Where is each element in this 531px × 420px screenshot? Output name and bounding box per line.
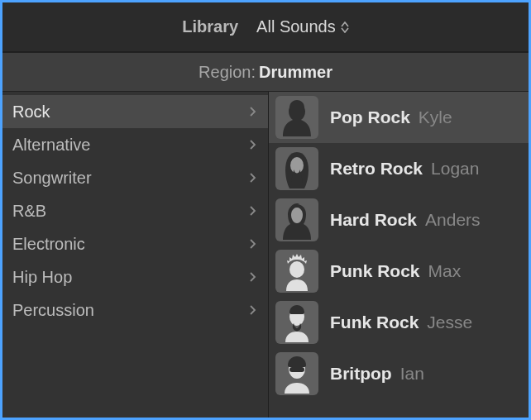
drummer-style: Retro Rock (330, 159, 423, 179)
drummer-name: Anders (425, 210, 481, 230)
avatar (275, 96, 318, 139)
region-bar: Region: Drummer (2, 52, 529, 92)
genre-list: RockAlternativeSongwriterR&BElectronicHi… (2, 92, 269, 418)
genre-item[interactable]: Hip Hop (2, 260, 268, 294)
updown-chevron-icon (341, 21, 349, 33)
drummer-name: Kyle (419, 107, 452, 127)
drummer-style: Punk Rock (330, 261, 420, 281)
drummer-item[interactable]: Hard RockAnders (269, 194, 529, 246)
drummer-item[interactable]: Punk RockMax (269, 246, 529, 297)
genre-label: Percussion (12, 301, 94, 320)
chevron-right-icon (249, 271, 256, 283)
drummer-style: Pop Rock (330, 107, 410, 127)
avatar (275, 250, 318, 293)
library-content: RockAlternativeSongwriterR&BElectronicHi… (2, 92, 529, 418)
chevron-right-icon (249, 205, 256, 217)
chevron-right-icon (249, 304, 256, 316)
genre-item[interactable]: R&B (2, 194, 268, 227)
sounds-dropdown-label: All Sounds (256, 17, 336, 36)
avatar (275, 147, 318, 190)
drummer-name: Jesse (427, 313, 472, 332)
genre-item[interactable]: Rock (2, 95, 268, 128)
drummer-style: Britpop (330, 364, 392, 384)
avatar (275, 301, 318, 344)
drummer-list: Pop RockKyleRetro RockLoganHard RockAnde… (269, 92, 529, 418)
drummer-item[interactable]: Funk RockJesse (269, 297, 529, 348)
drummer-name: Max (428, 261, 462, 281)
drummer-item[interactable]: Pop RockKyle (269, 92, 529, 143)
genre-item[interactable]: Songwriter (2, 161, 268, 194)
genre-label: Alternative (12, 136, 91, 155)
chevron-right-icon (249, 172, 256, 184)
chevron-right-icon (249, 139, 256, 150)
genre-label: Songwriter (12, 169, 92, 188)
drummer-name: Ian (400, 364, 424, 384)
chevron-right-icon (249, 106, 256, 117)
library-toolbar: Library All Sounds (2, 2, 529, 52)
avatar (275, 352, 318, 395)
drummer-style: Funk Rock (330, 313, 419, 332)
genre-item[interactable]: Alternative (2, 128, 268, 161)
drummer-style: Hard Rock (330, 210, 417, 230)
sounds-dropdown[interactable]: All Sounds (256, 17, 349, 36)
genre-item[interactable]: Percussion (2, 294, 268, 327)
genre-label: R&B (12, 202, 46, 221)
drummer-item[interactable]: BritpopIan (269, 348, 529, 399)
genre-item[interactable]: Electronic (2, 227, 268, 260)
genre-label: Electronic (12, 235, 85, 254)
region-label: Region: (199, 63, 256, 82)
chevron-right-icon (249, 238, 256, 250)
drummer-item[interactable]: Retro RockLogan (269, 143, 529, 194)
library-tab[interactable]: Library (182, 17, 238, 36)
drummer-name: Logan (431, 159, 479, 179)
genre-label: Rock (12, 103, 50, 122)
region-value: Drummer (259, 63, 332, 82)
avatar (275, 198, 318, 241)
genre-label: Hip Hop (12, 268, 72, 287)
